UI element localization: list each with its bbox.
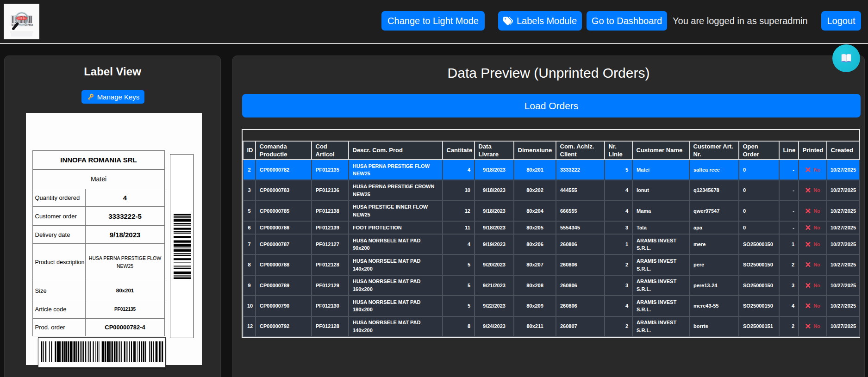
svg-text:9: 9	[12, 24, 13, 26]
